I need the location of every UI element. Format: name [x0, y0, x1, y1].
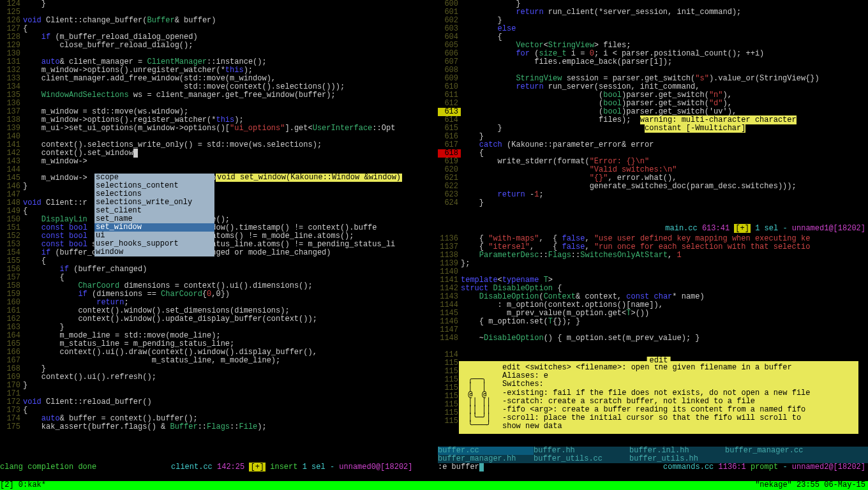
code-line[interactable]: 146}	[0, 182, 437, 191]
code-line[interactable]: 172void Client::reload_buffer()	[0, 398, 437, 406]
code-line[interactable]: 617 catch (Kakoune::parameter_error& err…	[438, 141, 868, 149]
help-line: Switches:	[502, 380, 853, 389]
buffer-picker[interactable]: buffer.ccbuffer.hhbuffer.inl.hhbuffer_ma…	[438, 447, 868, 463]
bottom-right-editor-pane[interactable]: 1136 { "with-maps", { false, "use user d…	[438, 235, 868, 472]
code-line[interactable]: 156 if (buffer_changed)	[0, 265, 437, 274]
code-line[interactable]: 162 context().window().update_display_bu…	[0, 315, 437, 323]
buffer-item[interactable]: buffer_manager.cc	[725, 447, 821, 455]
code-line[interactable]: 1139};	[438, 260, 868, 268]
top-right-editor-pane[interactable]: 600 }601 return run_client(*server_sessi…	[438, 0, 868, 234]
code-line[interactable]: 1148 ~DisableOption() { m_option.set(m_p…	[438, 334, 868, 343]
code-line[interactable]: 126void Client::change_buffer(Buffer& bu…	[0, 17, 437, 25]
code-line[interactable]: 624 }	[438, 199, 868, 207]
help-popup: edit edit <switches> <filename>: open th…	[458, 360, 859, 434]
buffer-item[interactable]: buffer_utils.cc	[534, 455, 629, 463]
code-line[interactable]: 124 }	[0, 0, 437, 8]
code-line[interactable]: 167 m_status_line, m_mode_line);	[0, 357, 437, 365]
left-editor-pane[interactable]: 124 }125126void Client::change_buffer(Bu…	[0, 0, 437, 472]
code-line[interactable]: 154 if (buffer_changed or status_line_ch…	[0, 249, 437, 257]
code-line[interactable]: 615 } constant [-Wmultichar]	[438, 124, 868, 133]
code-line[interactable]: 148void Client::r	[0, 199, 437, 207]
tmux-clock: "nekage" 23:55 06-May-15	[755, 481, 865, 489]
help-title: edit	[647, 357, 671, 365]
prompt-cursor	[479, 463, 484, 471]
help-line: show new data	[502, 422, 853, 431]
code-line[interactable]: 175 kak_assert(buffer.flags() & Buffer::…	[0, 423, 437, 431]
completion-item[interactable]: set_window	[94, 223, 214, 232]
code-line[interactable]: 601 return run_client(*server_session, i…	[438, 8, 868, 17]
code-line[interactable]: 607 files.emplace_back(parser[i]);	[438, 58, 868, 66]
clippy-icon: ╭──╮ │ │ @ @ ││ ││ ││ ││ │╰─╯│ ╰───╯	[463, 375, 491, 429]
help-line: -scratch: create a scratch buffer, not l…	[502, 397, 853, 406]
code-line[interactable]: 143 m_window->	[0, 158, 437, 166]
prompt-line[interactable]: :e buffer commands.cc 1136:1 prompt - un…	[438, 463, 868, 471]
tmux-window-name: [2] 0:kak*	[0, 480, 46, 489]
tr-statusbar: main.cc 613:41 [+] 1 sel - unnamed1@[182…	[438, 225, 868, 234]
code-line[interactable]: 1138 ParameterDesc::Flags::SwitchesOnlyA…	[438, 251, 868, 260]
tmux-statusbar: [2] 0:kak* "nekage" 23:55 06-May-15	[0, 481, 868, 490]
help-line: Aliases: e	[502, 372, 853, 380]
code-line[interactable]: 169 context().ui().refresh();	[0, 373, 437, 382]
code-line[interactable]: 139 m_ui->set_ui_options(m_window->optio…	[0, 124, 437, 133]
code-line[interactable]: 623 return -1;	[438, 191, 868, 199]
completion-item[interactable]: window	[94, 248, 214, 256]
completion-popup[interactable]: scopeselections_contentselectionsselecti…	[94, 174, 214, 256]
code-line[interactable]: 129 close_buffer_reload_dialog();	[0, 41, 437, 50]
code-line[interactable]: 170}	[0, 382, 437, 390]
help-line: edit <switches> <filename>: open the giv…	[502, 364, 853, 372]
code-line[interactable]: 603 else	[438, 25, 868, 33]
signature-hint: void set_window(Kakoune::Window &window)	[216, 174, 402, 182]
help-line: -existing: fail if the file does not exi…	[502, 389, 853, 397]
code-line[interactable]: 135 WindowAndSelections ws = client_mana…	[0, 91, 437, 100]
code-line[interactable]: 1146 { m_option.set(T{}); }	[438, 318, 868, 326]
